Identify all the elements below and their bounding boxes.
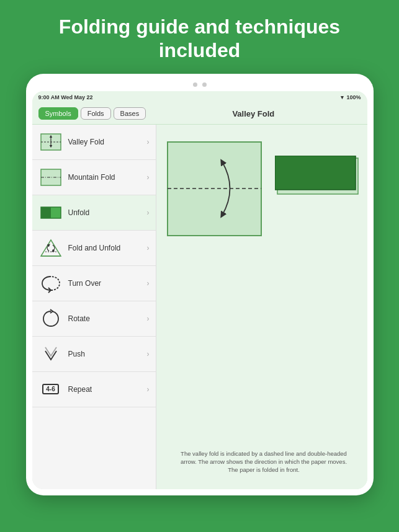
chevron-icon-8: ›: [147, 385, 150, 394]
valley-fold-result-svg: [275, 156, 362, 211]
sidebar-item-fold-unfold[interactable]: Fold and Unfold ›: [32, 231, 156, 266]
push-icon: [38, 342, 63, 366]
chevron-icon-7: ›: [147, 350, 150, 358]
sidebar-label-repeat: Repeat: [68, 385, 147, 394]
sidebar: Valley Fold › Mountain Fold ›: [32, 125, 156, 489]
sidebar-label-unfold: Unfold: [68, 208, 147, 217]
chevron-icon-3: ›: [147, 208, 150, 217]
repeat-badge: 4-6: [42, 384, 58, 394]
sidebar-label-rotate: Rotate: [68, 314, 147, 323]
sidebar-label-mountain-fold: Mountain Fold: [68, 173, 147, 182]
mountain-fold-icon: [38, 165, 63, 190]
rotate-icon: [38, 306, 63, 331]
sidebar-item-valley-fold[interactable]: Valley Fold ›: [32, 125, 156, 160]
sidebar-item-repeat[interactable]: 4-6 Repeat ›: [32, 372, 156, 407]
svg-rect-5: [41, 207, 51, 218]
sidebar-label-valley-fold: Valley Fold: [68, 138, 147, 146]
camera-dot-2: [202, 82, 207, 87]
right-panel: The valley fold is indicated by a dashed…: [156, 125, 367, 489]
valley-fold-icon: [38, 130, 63, 154]
sidebar-label-push: Push: [68, 350, 147, 358]
diagram-box-2: [275, 156, 362, 211]
turn-over-icon: [38, 271, 63, 296]
repeat-icon: 4-6: [38, 377, 63, 402]
tab-symbols[interactable]: Symbols: [38, 107, 78, 120]
status-bar: 9:00 AM Wed May 22 ▾ 100%: [32, 91, 367, 104]
svg-rect-12: [275, 156, 356, 190]
camera-dot-1: [193, 82, 197, 87]
unfold-icon: [38, 200, 63, 225]
chevron-icon: ›: [147, 138, 150, 146]
diagram-box-1: [166, 141, 262, 237]
chevron-icon-4: ›: [147, 244, 150, 252]
chevron-icon-5: ›: [147, 279, 150, 288]
tablet-screen: 9:00 AM Wed May 22 ▾ 100% Symbols Folds …: [32, 91, 367, 489]
battery-icon: 100%: [346, 94, 361, 100]
sidebar-item-unfold[interactable]: Unfold ›: [32, 195, 156, 231]
sidebar-item-push[interactable]: Push ›: [32, 337, 156, 372]
tab-bases[interactable]: Bases: [114, 107, 146, 120]
valley-fold-diagram-svg: [166, 141, 262, 237]
status-time: 9:00 AM Wed May 22: [38, 94, 93, 100]
nav-title: Valley Fold: [146, 109, 361, 118]
svg-marker-6: [41, 240, 61, 256]
chevron-icon-6: ›: [147, 314, 150, 323]
page-title: Folding guide and techniques included: [0, 0, 399, 74]
description-text: The valley fold is indicated by a dashed…: [166, 445, 362, 479]
sidebar-label-turn-over: Turn Over: [68, 279, 147, 288]
nav-tabs: Symbols Folds Bases: [38, 107, 146, 120]
main-content: Valley Fold › Mountain Fold ›: [32, 125, 367, 489]
tablet-frame: 9:00 AM Wed May 22 ▾ 100% Symbols Folds …: [26, 74, 374, 495]
tab-folds[interactable]: Folds: [81, 107, 111, 120]
camera-row: [32, 80, 367, 90]
diagram-area: [166, 135, 362, 445]
wifi-icon: ▾: [341, 94, 344, 100]
sidebar-label-fold-unfold: Fold and Unfold: [68, 244, 147, 252]
chevron-icon-2: ›: [147, 173, 150, 182]
sidebar-item-mountain-fold[interactable]: Mountain Fold ›: [32, 160, 156, 195]
fold-unfold-icon: [38, 236, 63, 260]
sidebar-item-turn-over[interactable]: Turn Over ›: [32, 266, 156, 301]
status-right: ▾ 100%: [341, 94, 361, 100]
nav-bar: Symbols Folds Bases Valley Fold: [32, 104, 367, 125]
sidebar-item-rotate[interactable]: Rotate ›: [32, 301, 156, 337]
